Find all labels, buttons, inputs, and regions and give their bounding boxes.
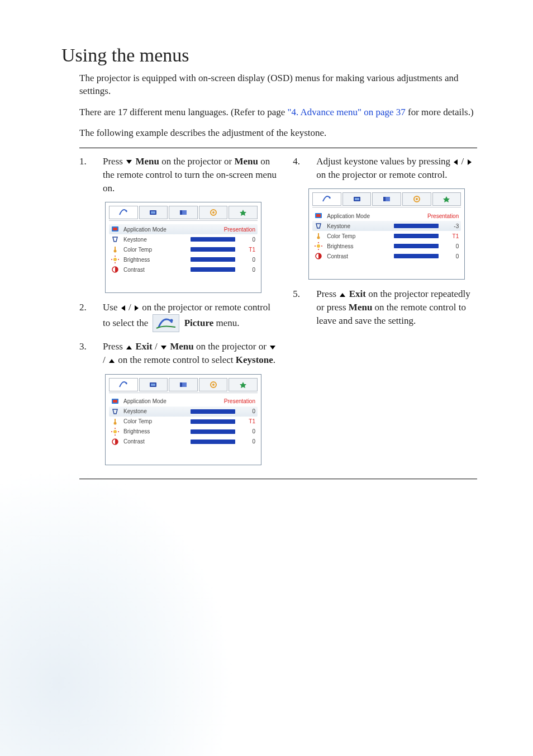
picture-menu-icon (153, 314, 179, 332)
left-column: 1. Press Menu on the projector or Menu o… (79, 155, 279, 473)
svg-rect-2 (151, 211, 155, 214)
osd-row-value: 0 (240, 257, 255, 263)
svg-rect-4 (180, 210, 182, 215)
page: Using the menus The projector is equippe… (0, 0, 533, 519)
svg-point-27 (113, 430, 117, 433)
osd-row-bar (191, 429, 235, 434)
down-arrow-icon (161, 346, 166, 349)
osd-row: Brightness0 (109, 254, 258, 264)
page-title: Using the menus (61, 45, 477, 66)
osd-row-bar (394, 234, 439, 238)
osd-row-label: Brightness (123, 257, 191, 263)
osd-row-value: 0 (240, 267, 255, 273)
osd-row-icon (315, 212, 322, 220)
svg-point-42 (317, 237, 320, 239)
osd-row-value: Presentation (224, 398, 255, 404)
osd-row-bar (191, 257, 235, 262)
osd-row: Keystone-3 (312, 221, 461, 231)
osd-row-label: Color Temp (123, 247, 191, 253)
intro-p3: The following example describes the adju… (61, 126, 477, 139)
intro-block: The projector is equipped with on-screen… (61, 72, 477, 140)
osd-row-value: 0 (240, 237, 255, 243)
down-arrow-icon (126, 160, 132, 164)
osd-tab (109, 378, 138, 391)
svg-point-6 (212, 211, 215, 214)
osd-row-icon (315, 222, 322, 230)
osd-row-icon (111, 266, 119, 273)
osd-tab (229, 378, 258, 391)
osd-row: Color TempT1 (312, 231, 461, 241)
svg-point-23 (212, 384, 215, 386)
osd-screenshot-3: Application ModePresentationKeystone-3Co… (308, 188, 465, 280)
svg-point-10 (113, 258, 117, 261)
svg-point-39 (416, 198, 418, 200)
down-arrow-icon (270, 346, 275, 349)
osd-tab (169, 206, 198, 219)
step-4: 4. Adjust keystone values by pressing / … (293, 155, 477, 182)
step-3: 3. Press Exit / Menu on the projector or… (79, 340, 279, 367)
svg-point-16 (170, 319, 173, 322)
osd-tab (229, 206, 258, 219)
step-1: 1. Press Menu on the projector or Menu o… (79, 155, 279, 195)
up-arrow-icon (126, 346, 132, 349)
osd-row-value: -3 (443, 223, 459, 229)
osd-row-value: 0 (240, 438, 255, 445)
osd-screenshot-1: Application ModePresentationKeystone0Col… (105, 202, 261, 293)
osd-row: Keystone0 (109, 407, 258, 417)
osd-row-bar (394, 254, 439, 258)
osd-row-label: Color Temp (123, 418, 191, 424)
osd-row: Contrast0 (109, 437, 258, 447)
osd-row-value: T1 (240, 247, 255, 253)
right-arrow-icon (468, 159, 472, 165)
osd-row-value: 0 (240, 428, 255, 434)
osd-row-bar (191, 237, 235, 242)
osd-row-icon (111, 438, 119, 446)
osd-row-bar (191, 247, 235, 252)
osd-row-icon (315, 232, 322, 240)
svg-point-17 (125, 382, 127, 384)
osd-row-icon (111, 256, 119, 263)
osd-tab (402, 192, 431, 206)
osd-row: Contrast0 (312, 251, 461, 261)
osd-row-label: Application Mode (327, 213, 427, 219)
osd-row-label: Contrast (123, 267, 191, 273)
left-arrow-icon (454, 159, 458, 165)
bottom-rule (79, 479, 477, 479)
step-2: 2. Use / on the projector or remote cont… (79, 301, 279, 333)
osd-tab (139, 378, 168, 391)
top-rule (79, 148, 477, 148)
right-arrow-icon (135, 305, 139, 311)
osd-row-label: Contrast (123, 438, 191, 445)
left-arrow-icon (121, 305, 125, 311)
svg-rect-35 (355, 198, 359, 200)
advance-menu-link[interactable]: "4. Advance menu" on page 37 (288, 107, 406, 117)
osd-row-icon (315, 242, 322, 250)
osd-screenshot-2: Application ModePresentationKeystone0Col… (105, 374, 261, 465)
osd-row-bar (394, 224, 439, 228)
osd-tab (109, 206, 138, 219)
osd-tab (169, 378, 198, 391)
osd-row-value: T1 (443, 233, 459, 239)
osd-row: Color TempT1 (109, 417, 258, 427)
osd-row-bar (191, 440, 235, 444)
osd-row-icon (111, 245, 119, 253)
osd-row-label: Application Mode (123, 398, 224, 404)
osd-tab (372, 192, 401, 206)
osd-row-bar (191, 409, 235, 414)
osd-row: Contrast0 (109, 264, 258, 275)
right-column: 4. Adjust keystone values by pressing / … (293, 155, 477, 473)
osd-row-icon (111, 408, 119, 415)
osd-row-label: Keystone (327, 223, 394, 229)
osd-row-bar (191, 267, 235, 272)
svg-rect-37 (383, 197, 386, 201)
osd-row-label: Contrast (327, 253, 394, 259)
osd-row-value: 0 (443, 243, 459, 249)
osd-row: Brightness0 (312, 241, 461, 251)
svg-point-33 (329, 197, 331, 199)
up-arrow-icon (109, 359, 115, 363)
osd-row-label: Brightness (123, 428, 191, 434)
osd-row: Color TempT1 (109, 244, 258, 254)
osd-tab (139, 206, 168, 219)
osd-row-icon (315, 252, 322, 260)
svg-point-0 (125, 210, 127, 212)
